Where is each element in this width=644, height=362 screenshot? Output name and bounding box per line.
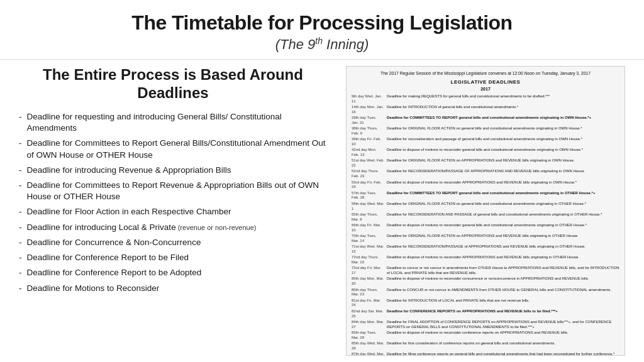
deadline-date: 70th day Tues. Mar. 14	[352, 234, 384, 244]
bullet-item: -Deadline for Concurrence & Non-Concurre…	[19, 237, 327, 248]
deadline-description: Deadline for ORIGINAL FLOOR ACTION on ge…	[387, 126, 619, 131]
deadline-date: 52nd day Thurs. Feb. 23	[352, 169, 384, 179]
deadline-date: 29th day Tues. Jan. 31	[352, 116, 384, 126]
deadline-row: 73rd day Fri. Mar. 17Deadline to concur …	[352, 266, 619, 276]
deadline-description: Deadline for RECONSIDERATION AND PASSAGE…	[387, 212, 619, 217]
subtitle: (The 9th Inning)	[13, 36, 631, 53]
deadline-table: The 2017 Regular Session of the Mississi…	[346, 66, 625, 356]
bullet-dash: -	[19, 252, 22, 263]
deadline-date: 71st day Wed. Mar. 15	[352, 244, 384, 255]
deadline-date: 53rd day Fri. Feb. 24	[352, 180, 384, 190]
bullet-dash: -	[19, 267, 22, 278]
deadline-date: 87th day Wed. Mar. 29	[352, 352, 384, 356]
deadline-description: Deadline for reconsideration and passage…	[387, 137, 619, 142]
deadline-row: 70th day Tues. Mar. 14Deadline for ORIGI…	[352, 234, 619, 244]
left-panel: The Entire Process is Based Around Deadl…	[19, 66, 327, 356]
deadline-description: Deadline for COMMITTEES TO REPORT genera…	[387, 191, 619, 196]
deadline-date: 51st day Wed. Feb. 22	[352, 158, 384, 168]
bullet-item: -Deadline for introducing Local & Privat…	[19, 222, 327, 233]
table-title: LEGISLATIVE DEADLINES	[352, 79, 619, 85]
deadline-date: 39th day Fri. Feb. 10	[352, 137, 384, 147]
deadline-description: Deadline for INTRODUCTION of LOCAL and P…	[387, 299, 619, 304]
deadline-description: Deadline for ORIGINAL FLOOR ACTION on ge…	[387, 202, 619, 207]
bullet-dash: -	[19, 206, 22, 217]
deadline-rows-container: 9th day Wed. Jan. 11Deadline for making …	[352, 94, 619, 356]
deadline-date: 73rd day Fri. Mar. 17	[352, 266, 384, 276]
deadline-row: 72nd day Thurs. Mar. 16Deadline to dispo…	[352, 255, 619, 265]
deadline-description: Deadline for RECONSIDERATION/PASSAGE of …	[387, 244, 619, 250]
deadline-date: 85th day Wed. Mar. 29	[352, 341, 384, 351]
deadline-description: Deadline to dispose of motions to recons…	[387, 223, 619, 228]
deadline-row: 57th day Tues. Feb. 28Deadline for COMMI…	[352, 191, 619, 201]
deadline-description: Deadline to dispose of motions to recons…	[387, 255, 619, 260]
deadline-description: Deadline to dispose of motions to recons…	[387, 277, 619, 282]
bullet-text: Deadline for Motions to Reconsider	[27, 283, 328, 294]
deadline-row: 51st day Wed. Feb. 22Deadline for ORIGIN…	[352, 158, 619, 168]
deadline-description: Deadline to CONCUR or not concur in AMEN…	[387, 288, 619, 293]
deadline-row: 85th day Wed. Mar. 29Deadline for first …	[352, 341, 619, 351]
deadline-row: 80th day Mon. Mar. 20Deadline to dispose…	[352, 277, 619, 287]
bullet-text: Deadline for introducing Local & Private…	[27, 222, 328, 233]
deadline-row: 42nd day Mon. Feb. 13Deadline to dispose…	[352, 148, 619, 158]
bullet-dash: -	[19, 283, 22, 294]
bullet-item: -Deadline for Committees to Report Gener…	[19, 138, 327, 160]
bullet-item: -Deadline for Conference Report to be Ad…	[19, 267, 327, 278]
deadline-date: 66th day Fri. Mar. 10	[352, 223, 384, 233]
bullet-text: Deadline for Conference Report to be Fil…	[27, 252, 328, 263]
deadline-date: 81st day Fri. Mar. 24	[352, 299, 384, 309]
deadline-description: Deadline to dispose of motions to recons…	[387, 331, 619, 336]
bullet-dash: -	[19, 222, 22, 233]
deadline-row: 65th day Thurs. Mar. 9Deadline for RECON…	[352, 212, 619, 222]
deadline-row: 81st day Fri. Mar. 24Deadline for INTROD…	[352, 299, 619, 309]
subtitle-end: Inning)	[323, 36, 369, 52]
subtitle-sup: th	[315, 36, 323, 46]
deadline-row: 38th day Thurs. Feb. 9Deadline for ORIGI…	[352, 126, 619, 136]
bullet-item: -Deadline for requesting and introducing…	[19, 111, 327, 134]
deadline-row: 53rd day Fri. Feb. 24Deadline to dispose…	[352, 180, 619, 190]
bullet-list: -Deadline for requesting and introducing…	[19, 111, 327, 294]
bullet-item: -Deadline for Floor Action in each Respe…	[19, 206, 327, 217]
deadline-description: Deadline for CONFERENCE REPORTS on APPRO…	[387, 309, 619, 314]
bullet-text: Deadline for Committees to Report Genera…	[27, 138, 328, 160]
deadline-row: 39th day Fri. Feb. 10Deadline for recons…	[352, 137, 619, 147]
bullet-text: Deadline for requesting and introducing …	[27, 111, 328, 134]
deadline-description: Deadline to dispose of motions to recons…	[387, 180, 619, 185]
deadline-date: 58th day Wed. Mar. 1	[352, 202, 384, 212]
deadline-date: 85th day Tues. Mar. 28	[352, 331, 384, 341]
deadline-row: 85th day Tues. Mar. 28Deadline to dispos…	[352, 331, 619, 341]
bullet-text: Deadline for Floor Action in each Respec…	[27, 206, 328, 217]
bullet-dash: -	[19, 138, 22, 149]
deadline-row: 52nd day Thurs. Feb. 23Deadline for RECO…	[352, 169, 619, 179]
bullet-item: -Deadline for Motions to Reconsider	[19, 283, 327, 294]
bullet-text: Deadline for introducing Revenue & Appro…	[27, 165, 328, 176]
bullet-item: -Deadline for Conference Report to be Fi…	[19, 252, 327, 263]
main-content: The Entire Process is Based Around Deadl…	[0, 60, 644, 362]
deadline-description: Deadline to concur or not concur in amen…	[387, 266, 619, 276]
bullet-text: Deadline for Concurrence & Non-Concurren…	[27, 237, 328, 248]
deadline-description: Deadline for FINAL ADOPTION of CONFERENC…	[387, 320, 619, 330]
deadline-date: 80th day Thurs. Mar. 23	[352, 288, 384, 298]
deadline-row: 84th day Mon. Mar. 27Deadline for FINAL …	[352, 320, 619, 330]
deadline-date: 57th day Tues. Feb. 28	[352, 191, 384, 201]
deadline-description: Deadline for making REQUESTS for general…	[387, 94, 619, 99]
bullet-text: Deadline for Committees to Report Revenu…	[27, 180, 328, 202]
deadline-row: 9th day Wed. Jan. 11Deadline for making …	[352, 94, 619, 104]
deadline-description: Deadline for ORIGINAL FLOOR ACTION on AP…	[387, 158, 619, 163]
deadline-date: 42nd day Mon. Feb. 13	[352, 148, 384, 158]
deadline-description: Deadline for COMMITTEES TO REPORT genera…	[387, 116, 619, 121]
deadline-row: 71st day Wed. Mar. 15Deadline for RECONS…	[352, 244, 619, 255]
deadline-date: 82nd day Sat. Mar. 25	[352, 309, 384, 319]
deadline-description: Deadline for filing conference reports o…	[387, 352, 619, 356]
deadline-row: 58th day Wed. Mar. 1Deadline for ORIGINA…	[352, 202, 619, 212]
bullet-item: -Deadline for Committees to Report Reven…	[19, 180, 327, 202]
deadline-description: Deadline for RECONSIDERATION/PASSAGE OF …	[387, 169, 619, 174]
deadline-date: 14th day Mon. Jan. 16	[352, 105, 384, 115]
deadline-date: 38th day Thurs. Feb. 9	[352, 126, 384, 136]
deadline-date: 72nd day Thurs. Mar. 16	[352, 255, 384, 265]
deadline-row: 66th day Fri. Mar. 10Deadline to dispose…	[352, 223, 619, 233]
deadline-date: 65th day Thurs. Mar. 9	[352, 212, 384, 222]
deadline-description: Deadline for first consideration of conf…	[387, 341, 619, 346]
bullet-small-text: (revenue or non-revenue)	[176, 224, 257, 231]
deadline-date: 80th day Mon. Mar. 20	[352, 277, 384, 287]
bullet-text: Deadline for Conference Report to be Ado…	[27, 267, 328, 278]
